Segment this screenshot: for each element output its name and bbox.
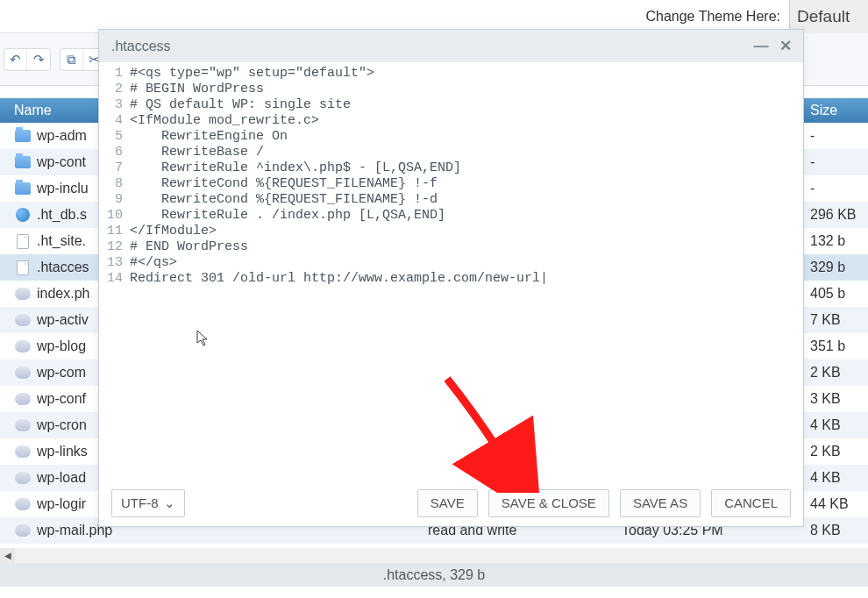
close-icon[interactable]: ✕ <box>777 38 794 55</box>
code-area[interactable]: #<qs type="wp" setup="default"># BEGIN W… <box>130 66 803 480</box>
encoding-value: UTF-8 <box>121 495 159 510</box>
php-icon <box>14 524 32 537</box>
col-size-header[interactable]: Size <box>805 103 868 118</box>
folder-icon <box>14 156 32 168</box>
file-size: 4 KB <box>805 417 868 433</box>
editor-body[interactable]: 1234567891011121314 #<qs type="wp" setup… <box>99 62 803 480</box>
theme-value: Default <box>797 7 850 26</box>
php-icon <box>14 288 32 300</box>
file-size: - <box>805 128 868 144</box>
editor-footer: UTF-8 ⌄ SAVE SAVE & CLOSE SAVE AS CANCEL <box>99 480 803 526</box>
file-size: 8 KB <box>805 523 868 538</box>
scroll-left-icon[interactable]: ◀ <box>0 548 15 563</box>
globe-icon <box>14 208 32 222</box>
horizontal-scrollbar[interactable]: ◀ <box>0 548 868 563</box>
php-icon <box>14 419 32 431</box>
cancel-button[interactable]: CANCEL <box>711 489 791 517</box>
save-as-button[interactable]: SAVE AS <box>620 489 701 517</box>
status-text: .htaccess, 329 b <box>383 567 486 583</box>
file-size: 405 b <box>805 286 868 302</box>
theme-label: Change Theme Here: <box>645 9 780 25</box>
php-icon <box>14 367 32 379</box>
file-icon <box>14 260 32 275</box>
save-button[interactable]: SAVE <box>417 489 478 517</box>
file-size: 44 KB <box>805 496 868 512</box>
theme-select[interactable]: Default <box>789 0 868 33</box>
file-icon <box>14 234 32 249</box>
php-icon <box>14 340 32 352</box>
minimize-icon[interactable]: — <box>752 38 770 55</box>
line-gutter: 1234567891011121314 <box>99 66 130 480</box>
php-icon <box>14 393 32 405</box>
status-bar: .htaccess, 329 b <box>0 563 868 587</box>
toolbar-nav-group: ↶ ↷ <box>4 48 51 71</box>
file-size: 296 KB <box>805 207 868 223</box>
folder-icon <box>14 182 32 195</box>
file-size: 2 KB <box>805 365 868 381</box>
php-icon <box>14 498 32 510</box>
php-icon <box>14 472 32 484</box>
file-size: 351 b <box>805 338 868 354</box>
php-icon <box>14 445 32 458</box>
copy-icon[interactable]: ⧉ <box>60 49 83 70</box>
editor-window: .htaccess — ✕ 1234567891011121314 #<qs t… <box>98 29 804 527</box>
file-size: 4 KB <box>805 470 868 486</box>
encoding-select[interactable]: UTF-8 ⌄ <box>111 489 185 517</box>
save-close-button[interactable]: SAVE & CLOSE <box>488 489 609 517</box>
file-size: - <box>805 154 868 170</box>
chevron-down-icon: ⌄ <box>164 495 175 511</box>
file-size: 7 KB <box>805 312 868 328</box>
php-icon <box>14 314 32 326</box>
file-size: - <box>805 181 868 196</box>
folder-icon <box>14 130 32 142</box>
editor-title: .htaccess <box>111 39 745 54</box>
editor-titlebar: .htaccess — ✕ <box>99 30 803 62</box>
file-size: 3 KB <box>805 391 868 407</box>
redo-icon[interactable]: ↷ <box>27 49 50 70</box>
file-size: 132 b <box>805 233 868 249</box>
undo-icon[interactable]: ↶ <box>4 49 27 70</box>
file-size: 329 b <box>805 260 868 275</box>
file-size: 2 KB <box>805 444 868 459</box>
